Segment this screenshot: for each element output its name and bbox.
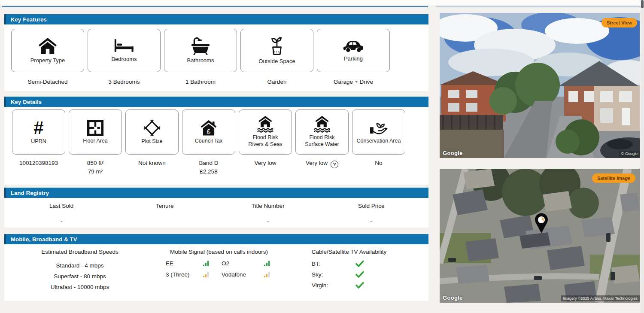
satellite-attribution: Imagery ©2025 Airbus, Maxar Technologies: [561, 295, 640, 301]
hash-icon: #: [33, 119, 43, 137]
card-label: Parking: [344, 55, 363, 62]
floorplan-icon: [87, 119, 104, 137]
tv-provider-bt: BT:: [312, 261, 339, 267]
divider-line-left: [2, 6, 428, 7]
card-label: Plot Size: [141, 138, 162, 145]
uprn-value: 100120398193: [12, 159, 65, 176]
street-view-scene: [440, 13, 640, 158]
network-ee: EE: [166, 260, 203, 267]
flood-rivers-value: Very low: [239, 159, 292, 176]
card-label: Council Tax: [195, 138, 222, 145]
conservation-area-card: Conservation Area: [352, 109, 405, 155]
plot-size-card: Plot Size: [125, 109, 179, 155]
tenure-value: [113, 218, 217, 225]
help-icon[interactable]: ?: [331, 161, 338, 168]
tv-availability-column: Cable/Satellite TV Availability BT: Sky:…: [283, 249, 416, 301]
mobile-broadband-tv-header: Mobile, Broadband & TV: [4, 234, 428, 244]
check-icon: [339, 271, 380, 278]
broadband-ultrafast: Ultrafast - 10000 mbps: [4, 282, 155, 292]
signal-bars-icon: [203, 271, 222, 278]
plot-size-value: Not known: [125, 159, 179, 176]
tv-provider-sky: Sky:: [312, 271, 339, 278]
section-title: Land Registry: [11, 190, 49, 196]
card-label: Property Type: [30, 57, 65, 64]
google-watermark: Google: [443, 150, 463, 156]
broadband-column: Estimated Broadband Speeds Standard - 4 …: [4, 249, 155, 301]
card-label: Bathrooms: [187, 57, 214, 64]
network-o2: O2: [222, 260, 264, 267]
section-title: Key Details: [11, 99, 42, 105]
section-title: Mobile, Broadband & TV: [11, 236, 77, 243]
outside-space-value: Garden: [240, 78, 313, 86]
network-three: 3 (Three): [166, 271, 203, 278]
flood-risk-surface-card: Flood Risk Surface Water: [295, 109, 349, 155]
network-vodafone: Vodafone: [222, 271, 264, 278]
satellite-image[interactable]: Satellite Image Google Imagery ©2025 Air…: [440, 169, 640, 303]
bathrooms-card: Bathrooms: [164, 29, 237, 72]
satellite-image-badge[interactable]: Satellite Image: [592, 173, 635, 183]
flood-house-icon: [313, 116, 331, 133]
card-label: Bedrooms: [111, 56, 137, 63]
title-number-value: -: [216, 218, 320, 225]
bedrooms-value: 3 Bedrooms: [88, 78, 161, 86]
mobile-broadband-tv-section: Mobile, Broadband & TV Estimated Broadba…: [4, 234, 428, 301]
tv-availability-header: Cable/Satellite TV Availability: [283, 249, 416, 255]
property-type-value: Semi-Detached: [11, 78, 84, 86]
floor-area-value: 850 ft²79 m²: [69, 159, 122, 176]
signal-bars-icon: [203, 260, 222, 267]
council-tax-icon: £: [200, 119, 218, 137]
flood-surface-value: Very low?: [295, 159, 349, 176]
mobile-signal-header: Mobile Signal (based on calls indoors): [155, 249, 283, 255]
land-registry-header: Land Registry: [4, 188, 428, 198]
outside-space-card: Outside Space: [240, 29, 313, 72]
satellite-scene: [440, 169, 640, 303]
broadband-header: Estimated Broadband Speeds: [4, 249, 155, 255]
card-label: UPRN: [31, 138, 46, 145]
card-label: Conservation Area: [357, 138, 401, 145]
check-icon: [339, 260, 380, 267]
conservation-icon: [369, 119, 388, 137]
plant-icon: [268, 36, 286, 56]
last-sold-header: Last Sold: [10, 203, 113, 209]
uprn-card: # UPRN: [12, 109, 65, 155]
car-icon: [343, 39, 364, 53]
plot-icon: [143, 119, 161, 137]
signal-bars-icon: [264, 260, 281, 267]
signal-bars-icon: [264, 271, 281, 278]
sold-price-header: Sold Price: [320, 203, 423, 209]
bed-icon: [114, 38, 134, 54]
scrollbar[interactable]: [641, 0, 644, 313]
tenure-header: Tenure: [113, 203, 217, 209]
council-tax-card: £ Council Tax: [182, 109, 235, 155]
card-label: Flood Risk: [309, 134, 334, 141]
google-watermark: Google: [443, 295, 463, 301]
title-number-header: Title Number: [216, 203, 320, 209]
bath-icon: [190, 37, 211, 55]
scrollbar-thumb[interactable]: [641, 0, 644, 8]
divider-line-right: [436, 6, 641, 7]
card-label: Floor Area: [83, 138, 108, 145]
broadband-superfast: Superfast - 80 mbps: [4, 271, 155, 282]
parking-card: Parking: [317, 29, 390, 72]
house-icon: [38, 37, 58, 55]
mobile-signal-column: Mobile Signal (based on calls indoors) E…: [155, 249, 283, 301]
key-features-header: Key Features: [4, 14, 428, 24]
property-report-page: Key Features Property Type Bedrooms: [0, 0, 644, 313]
last-sold-value: -: [10, 218, 113, 225]
council-tax-value: Band D£2,258: [182, 159, 235, 176]
broadband-standard: Standard - 4 mbps: [4, 260, 155, 271]
card-label-line2: Surface Water: [305, 141, 339, 148]
land-registry-section: Land Registry Last Sold Tenure Title Num…: [4, 188, 428, 228]
flood-house-icon: [256, 116, 274, 133]
sold-price-value: -: [320, 218, 423, 225]
conservation-value: No: [352, 159, 405, 176]
street-view-badge[interactable]: Street View: [601, 18, 637, 27]
bedrooms-card: Bedrooms: [88, 29, 161, 72]
section-title: Key Features: [11, 16, 47, 23]
check-icon: [339, 282, 380, 289]
key-features-section: Key Features Property Type Bedrooms: [4, 14, 428, 91]
street-view-image[interactable]: Street View Google © Google: [440, 13, 640, 158]
key-details-section: Key Details # UPRN Floor Area: [4, 97, 428, 185]
tv-provider-virgin: Virgin:: [312, 282, 339, 289]
flood-risk-rivers-card: Flood Risk Rivers & Seas: [239, 109, 292, 155]
